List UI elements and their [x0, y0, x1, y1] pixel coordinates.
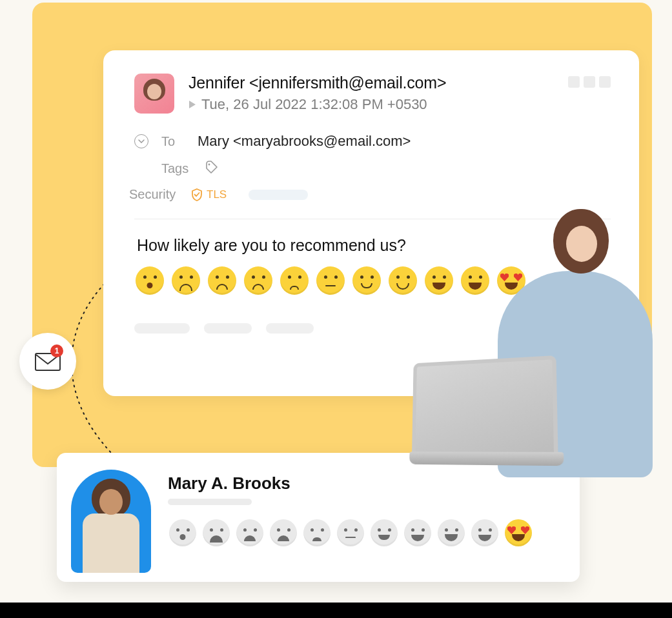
rating-grey-3[interactable]	[236, 519, 263, 546]
to-label: To	[161, 134, 185, 149]
email-timestamp: Tue, 26 Jul 2022 1:32:08 PM +0530	[188, 96, 554, 113]
rating-selected-heart-eyes[interactable]	[505, 519, 532, 546]
divider	[134, 219, 611, 219]
email-meta: To Mary <maryabrooks@email.com> Tags Sec…	[134, 128, 611, 207]
placeholder-row	[134, 323, 611, 334]
rating-grey-4[interactable]	[270, 519, 297, 546]
recipient-name: Mary A. Brooks	[168, 473, 560, 493]
notification-count: 1	[50, 344, 63, 357]
email-header: Jennifer <jennifersmith@email.com> Tue, …	[134, 74, 611, 114]
sender-avatar[interactable]	[134, 74, 174, 114]
rating-grey-10[interactable]	[471, 519, 498, 546]
shield-icon	[191, 188, 203, 201]
rating-1[interactable]	[136, 266, 164, 295]
rating-3[interactable]	[208, 266, 236, 295]
rating-5[interactable]	[280, 266, 309, 295]
email-actions[interactable]	[568, 74, 611, 88]
svg-point-0	[209, 164, 210, 166]
mail-notification[interactable]: 1	[19, 333, 76, 390]
to-value: Mary <maryabrooks@email.com>	[198, 133, 411, 150]
rating-grey-9[interactable]	[438, 519, 465, 546]
rating-9[interactable]	[425, 266, 453, 295]
rating-grey-5[interactable]	[303, 519, 331, 546]
tag-icon[interactable]	[204, 160, 218, 177]
survey-question: How likely are you to recommend us?	[137, 236, 611, 255]
flag-icon	[188, 100, 196, 109]
rating-grey-2[interactable]	[203, 519, 230, 546]
sender-address: Jennifer <jennifersmith@email.com>	[188, 74, 554, 92]
rating-grey-6[interactable]	[337, 519, 364, 546]
recipient-avatar[interactable]	[71, 470, 151, 573]
rating-6[interactable]	[316, 266, 345, 295]
email-card: Jennifer <jennifersmith@email.com> Tue, …	[103, 50, 639, 396]
rating-4[interactable]	[244, 266, 272, 295]
tags-label: Tags	[161, 161, 191, 176]
response-card: Mary A. Brooks	[57, 453, 580, 582]
timestamp-text: Tue, 26 Jul 2022 1:32:08 PM +0530	[201, 96, 427, 113]
recipient-subtext-placeholder	[168, 499, 252, 505]
rating-2[interactable]	[172, 266, 200, 295]
rating-8[interactable]	[389, 266, 417, 295]
bottom-bar	[0, 603, 672, 618]
rating-10[interactable]	[461, 266, 489, 295]
rating-row-recipient	[169, 519, 560, 546]
chevron-down-icon[interactable]	[134, 134, 148, 148]
rating-grey-8[interactable]	[404, 519, 431, 546]
rating-7[interactable]	[352, 266, 381, 295]
rating-11-heart-eyes[interactable]	[497, 266, 525, 295]
tls-text: TLS	[207, 188, 227, 201]
security-placeholder	[249, 190, 308, 200]
security-label: Security	[129, 187, 178, 202]
rating-grey-1[interactable]	[169, 519, 196, 546]
tls-badge: TLS	[191, 188, 227, 201]
rating-grey-7[interactable]	[371, 519, 398, 546]
rating-row-sender	[136, 266, 611, 295]
